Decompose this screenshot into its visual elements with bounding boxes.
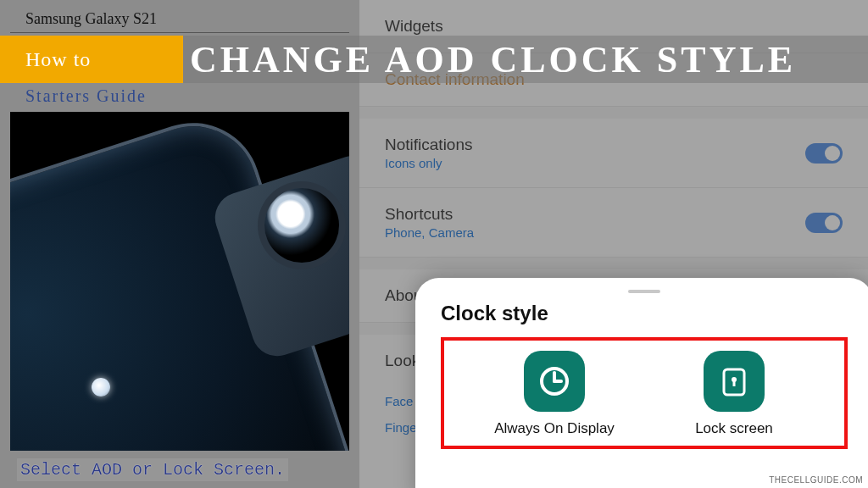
separator [10,32,349,33]
shortcuts-title: Shortcuts [385,205,474,224]
step-caption: Select AOD or Lock Screen. [17,458,288,481]
sheet-title: Clock style [441,302,848,325]
watermark: THECELLGUIDE.COM [769,475,863,485]
svg-rect-5 [733,380,736,386]
shortcuts-sub: Phone, Camera [385,225,474,240]
title-main-band: CHANGE AOD CLOCK STYLE [183,36,868,83]
shortcuts-toggle[interactable] [805,213,843,233]
option-lockscreen[interactable]: Lock screen [658,351,810,437]
subtitle: Starters Guide [25,86,147,106]
highlight-box: Always On Display Lock screen [441,337,848,449]
camera-flash-icon [92,378,110,396]
device-name: Samsung Galaxy S21 [25,10,157,28]
option-lockscreen-label: Lock screen [658,420,810,437]
title-prefix: How to [25,48,91,71]
lock-icon [704,351,765,412]
sheet-handle[interactable] [628,290,660,293]
camera-lens-icon [264,188,339,263]
title-prefix-band: How to [0,36,183,83]
option-aod[interactable]: Always On Display [478,351,631,437]
notifications-toggle[interactable] [805,143,843,164]
clock-style-sheet: Clock style Always On Display [415,278,868,488]
row-notifications[interactable]: Notifications Icons only [359,119,868,188]
row-shortcuts[interactable]: Shortcuts Phone, Camera [359,188,868,258]
notifications-sub: Icons only [385,156,473,170]
phone-image [10,112,349,451]
option-aod-label: Always On Display [478,420,631,437]
notifications-title: Notifications [385,136,473,154]
clock-icon [524,351,585,412]
widgets-title: Widgets [385,17,443,36]
title-main: CHANGE AOD CLOCK STYLE [190,38,796,81]
